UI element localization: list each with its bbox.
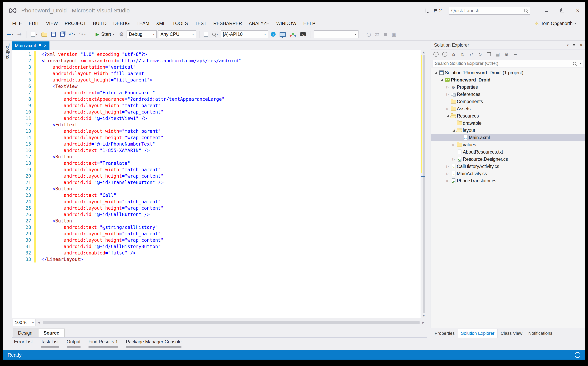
pin-icon[interactable] [39,44,41,47]
menu-build[interactable]: BUILD [90,21,110,26]
tree-item-mainactivity-cs[interactable]: ▷MainActivity.cs [431,170,585,177]
expand-arrow-icon[interactable]: ▷ [451,143,456,146]
expand-arrow-icon[interactable]: ▷ [445,107,451,111]
start-debugging-button[interactable]: ▶ Start ▾ [93,31,116,38]
menu-xml[interactable]: XML [153,21,169,26]
switch-views-button[interactable]: ⇅ [460,52,465,57]
code-line-25[interactable]: 25 android:layout_height="wrap_content" [12,205,420,211]
navigate-forward-button[interactable]: → [16,31,23,38]
menu-window[interactable]: WINDOW [273,21,300,26]
account-menu[interactable]: ⚠ Tom Opgenorth ▾ [535,21,576,26]
code-line-30[interactable]: 30 android:layout_height="wrap_content" [12,237,420,243]
menu-file[interactable]: FILE [9,21,25,26]
tab-task-list[interactable]: Task List [41,339,59,348]
panel-splitter[interactable] [427,41,431,338]
show-all-files-button[interactable]: ▤ [495,52,500,57]
scroll-up-icon[interactable]: ▲ [421,51,427,54]
menu-resharper[interactable]: RESHARPER [210,21,245,26]
tab-error-list[interactable]: Error List [14,339,33,344]
code-editor[interactable]: 1<?xml version="1.0" encoding="utf-8"?>2… [12,50,427,318]
redo-button[interactable]: ↷▾ [78,31,87,38]
code-line-31[interactable]: 31 android:id="@+id/CallHistoryButton" [12,243,420,250]
solution-search-input[interactable] [433,60,583,67]
menu-project[interactable]: PROJECT [61,21,90,26]
tab-notifications[interactable]: Notifications [526,329,555,338]
console-button[interactable]: >_ [299,31,307,37]
tree-item-callhistoryactivity-cs[interactable]: ▷CallHistoryActivity.cs [431,163,585,170]
code-line-26[interactable]: 26 android:id="@+id/CallButton" /> [12,211,420,218]
feedback-circle-icon[interactable] [575,352,580,358]
code-line-2[interactable]: 2<LinearLayout xmlns:android="http://sch… [12,57,420,64]
notifications-button[interactable]: ⚑ 2 [433,8,442,14]
tree-item-phonetranslator-cs[interactable]: ▷PhoneTranslator.cs [431,177,585,184]
chevron-down-icon[interactable]: ▾ [580,62,581,65]
disabled-tool-button-4[interactable]: ▣ [390,31,398,38]
code-line-33[interactable]: 33</LinearLayout> [12,256,420,262]
code-line-12[interactable]: 12 <EditText [12,122,420,128]
code-line-6[interactable]: 6 <TextView [12,83,420,90]
disabled-tool-button-3[interactable]: ≡ [382,31,389,38]
tree-item-resources[interactable]: ◢Resources [431,112,585,120]
pin-icon[interactable] [573,44,575,47]
tree-item-drawable[interactable]: drawable [431,120,585,127]
tab-properties[interactable]: Properties [432,329,458,338]
code-line-21[interactable]: 21 android:id="@+id/TranslateButton" /> [12,179,420,186]
code-line-20[interactable]: 20 android:layout_height="wrap_content" [12,173,420,179]
preview-selected-items-button[interactable]: − [513,52,518,57]
code-line-28[interactable]: 28 android:text="@string/callHistory" [12,224,420,230]
menu-tools[interactable]: TOOLS [169,21,191,26]
disabled-tool-button-2[interactable]: ⇄ [374,31,381,38]
menu-edit[interactable]: EDIT [25,21,43,26]
open-file-button[interactable] [40,31,48,38]
code-line-15[interactable]: 15 android:id="@+id/PhoneNumberText" [12,141,420,147]
tree-item-properties[interactable]: ▷Properties [431,84,585,91]
expand-arrow-icon[interactable]: ▷ [445,179,451,183]
scrollbar-thumb[interactable] [43,321,420,324]
expand-arrow-icon[interactable]: ▷ [445,165,451,168]
menu-view[interactable]: VIEW [43,21,61,26]
find-in-files-button[interactable]: ▾ [211,32,219,37]
code-line-14[interactable]: 14 android:layout_height="wrap_content" [12,134,420,141]
collapse-arrow-icon[interactable]: ◢ [451,129,456,132]
tree-item-resource-designer-cs[interactable]: ▷Resource.Designer.cs [431,156,585,163]
sync-with-active-document-button[interactable]: ⇄ [469,52,474,57]
code-line-17[interactable]: 17 <Button [12,153,420,160]
menu-debug[interactable]: DEBUG [110,21,133,26]
code-line-4[interactable]: 4 android:layout_width="fill_parent" [12,70,420,77]
navigate-back-button[interactable]: ←▾ [6,31,15,38]
menu-analyze[interactable]: ANALYZE [245,21,273,26]
tree-item-values[interactable]: ▷values [431,141,585,148]
code-line-3[interactable]: 3 android:orientation="vertical" [12,64,420,70]
tree-item-main-axml[interactable]: Main.axml [431,134,585,141]
tab-design[interactable]: Design [13,328,38,337]
tree-item-layout[interactable]: ◢layout [431,127,585,134]
toolbox-tab[interactable]: Toolbox [3,41,12,338]
vertical-scrollbar[interactable]: ▲ ▼ [420,50,427,318]
tab-class-view[interactable]: Class View [498,329,525,338]
zoom-dropdown[interactable]: 100 % ▾ [13,319,35,326]
code-line-9[interactable]: 9 android:layout_width="match_parent" [12,102,420,109]
tree-item-aboutresources-txt[interactable]: AboutResources.txt [431,148,585,156]
code-line-10[interactable]: 10 android:layout_height="wrap_content" [12,109,420,115]
tab-find-results-1[interactable]: Find Results 1 [89,339,118,348]
expand-arrow-icon[interactable]: ▷ [451,157,456,161]
scroll-right-icon[interactable]: ▶ [422,321,424,324]
minimize-button[interactable] [543,8,550,14]
undo-button[interactable]: ↶▾ [68,31,76,38]
tree-item-phoneword-droid[interactable]: ◢Phoneword_Droid [431,76,585,84]
code-line-16[interactable]: 16 android:text="1-855-XAMARIN" /> [12,147,420,153]
code-line-11[interactable]: 11 android:id="@+id/textView1" /> [12,115,420,122]
expand-arrow-icon[interactable]: ▷ [445,172,451,175]
scroll-left-icon[interactable]: ◀ [38,321,40,324]
code-line-1[interactable]: 1<?xml version="1.0" encoding="utf-8"?> [12,51,420,57]
code-line-5[interactable]: 5 android:layout_height="fill_parent"> [12,77,420,83]
tree-item-solution-phoneword-droid-1-project[interactable]: ◢Solution 'Phoneword_Droid' (1 project) [431,69,585,76]
properties-button[interactable]: ⚙ [504,52,509,57]
close-icon[interactable]: × [580,42,583,48]
code-line-8[interactable]: 8 android:textAppearance="?android:attr/… [12,96,420,102]
solution-configuration-dropdown[interactable]: Debug ▾ [127,30,157,38]
tab-source[interactable]: Source [38,328,65,337]
attach-button[interactable] [203,31,209,38]
tab-close-icon[interactable]: × [44,43,47,48]
collapse-arrow-icon[interactable]: ◢ [445,114,451,118]
